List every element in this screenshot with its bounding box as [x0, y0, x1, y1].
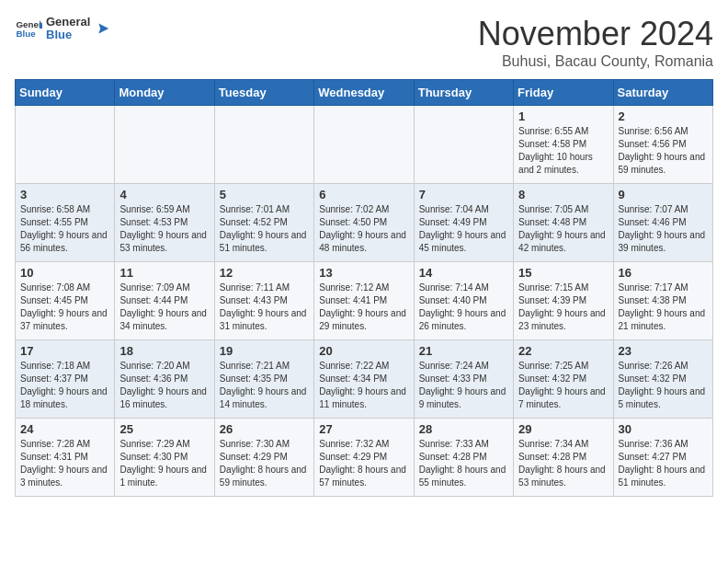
calendar-cell: 21Sunrise: 7:24 AM Sunset: 4:33 PM Dayli…: [414, 340, 513, 419]
weekday-header-tuesday: Tuesday: [214, 80, 313, 106]
weekday-header-thursday: Thursday: [414, 80, 513, 106]
calendar-cell: 7Sunrise: 7:04 AM Sunset: 4:49 PM Daylig…: [414, 184, 513, 262]
day-number: 2: [619, 109, 708, 123]
calendar-cell: 22Sunrise: 7:25 AM Sunset: 4:32 PM Dayli…: [514, 340, 613, 419]
day-info: Sunrise: 7:36 AM Sunset: 4:27 PM Dayligh…: [619, 438, 708, 489]
day-number: 1: [518, 109, 608, 123]
day-info: Sunrise: 7:12 AM Sunset: 4:41 PM Dayligh…: [319, 282, 408, 333]
day-info: Sunrise: 6:58 AM Sunset: 4:55 PM Dayligh…: [20, 203, 109, 255]
day-info: Sunrise: 7:28 AM Sunset: 4:31 PM Dayligh…: [20, 438, 109, 489]
day-number: 6: [319, 188, 408, 201]
calendar-cell: 20Sunrise: 7:22 AM Sunset: 4:34 PM Dayli…: [314, 340, 414, 419]
calendar-body: 1Sunrise: 6:55 AM Sunset: 4:58 PM Daylig…: [16, 106, 713, 497]
weekday-header-row: SundayMondayTuesdayWednesdayThursdayFrid…: [16, 80, 713, 106]
day-number: 28: [419, 422, 508, 436]
svg-text:General: General: [17, 19, 43, 29]
calendar-cell: 9Sunrise: 7:07 AM Sunset: 4:46 PM Daylig…: [613, 184, 712, 262]
calendar-cell: [414, 106, 513, 184]
calendar-cell: [115, 106, 214, 184]
day-number: 14: [419, 266, 508, 280]
logo-blue-text: Blue: [46, 29, 90, 41]
calendar-cell: 23Sunrise: 7:26 AM Sunset: 4:32 PM Dayli…: [613, 340, 712, 419]
day-number: 9: [619, 188, 708, 201]
calendar-cell: 1Sunrise: 6:55 AM Sunset: 4:58 PM Daylig…: [514, 106, 613, 184]
calendar-cell: 29Sunrise: 7:34 AM Sunset: 4:28 PM Dayli…: [514, 419, 613, 497]
calendar-cell: 17Sunrise: 7:18 AM Sunset: 4:37 PM Dayli…: [16, 340, 115, 419]
day-info: Sunrise: 7:15 AM Sunset: 4:39 PM Dayligh…: [518, 282, 608, 333]
day-info: Sunrise: 7:22 AM Sunset: 4:34 PM Dayligh…: [319, 360, 408, 411]
day-info: Sunrise: 7:17 AM Sunset: 4:38 PM Dayligh…: [619, 282, 708, 333]
calendar-cell: 6Sunrise: 7:02 AM Sunset: 4:50 PM Daylig…: [314, 184, 414, 262]
day-info: Sunrise: 7:02 AM Sunset: 4:50 PM Dayligh…: [319, 203, 408, 255]
day-info: Sunrise: 7:25 AM Sunset: 4:32 PM Dayligh…: [518, 360, 608, 411]
day-info: Sunrise: 7:32 AM Sunset: 4:29 PM Dayligh…: [319, 438, 408, 489]
day-info: Sunrise: 7:20 AM Sunset: 4:36 PM Dayligh…: [119, 360, 209, 411]
day-number: 7: [419, 188, 508, 201]
day-number: 15: [518, 266, 608, 280]
calendar-week-row: 24Sunrise: 7:28 AM Sunset: 4:31 PM Dayli…: [16, 419, 713, 497]
day-info: Sunrise: 6:55 AM Sunset: 4:58 PM Dayligh…: [518, 125, 608, 177]
day-info: Sunrise: 7:09 AM Sunset: 4:44 PM Dayligh…: [119, 282, 209, 333]
calendar-week-row: 3Sunrise: 6:58 AM Sunset: 4:55 PM Daylig…: [16, 184, 713, 262]
calendar-cell: 10Sunrise: 7:08 AM Sunset: 4:45 PM Dayli…: [16, 262, 115, 340]
day-number: 4: [119, 188, 209, 201]
calendar-cell: 4Sunrise: 6:59 AM Sunset: 4:53 PM Daylig…: [115, 184, 214, 262]
day-number: 16: [619, 266, 708, 280]
day-info: Sunrise: 7:14 AM Sunset: 4:40 PM Dayligh…: [419, 282, 508, 333]
header: General Blue General Blue November 2024 …: [15, 15, 713, 70]
day-info: Sunrise: 6:56 AM Sunset: 4:56 PM Dayligh…: [619, 125, 708, 177]
day-info: Sunrise: 7:24 AM Sunset: 4:33 PM Dayligh…: [419, 360, 508, 411]
day-number: 5: [220, 188, 309, 201]
calendar-cell: [214, 106, 313, 184]
day-info: Sunrise: 7:07 AM Sunset: 4:46 PM Dayligh…: [619, 203, 708, 255]
weekday-header-sunday: Sunday: [16, 80, 115, 106]
weekday-header-saturday: Saturday: [613, 80, 712, 106]
calendar-cell: 24Sunrise: 7:28 AM Sunset: 4:31 PM Dayli…: [16, 419, 115, 497]
calendar-cell: 12Sunrise: 7:11 AM Sunset: 4:43 PM Dayli…: [214, 262, 313, 340]
day-number: 22: [518, 344, 608, 358]
calendar-week-row: 1Sunrise: 6:55 AM Sunset: 4:58 PM Daylig…: [16, 106, 713, 184]
day-info: Sunrise: 7:05 AM Sunset: 4:48 PM Dayligh…: [518, 203, 608, 255]
day-info: Sunrise: 7:30 AM Sunset: 4:29 PM Dayligh…: [220, 438, 309, 489]
calendar-cell: 25Sunrise: 7:29 AM Sunset: 4:30 PM Dayli…: [115, 419, 214, 497]
day-number: 27: [319, 422, 408, 436]
calendar-cell: 28Sunrise: 7:33 AM Sunset: 4:28 PM Dayli…: [414, 419, 513, 497]
day-number: 3: [20, 188, 109, 201]
day-info: Sunrise: 7:08 AM Sunset: 4:45 PM Dayligh…: [20, 282, 109, 333]
day-info: Sunrise: 7:01 AM Sunset: 4:52 PM Dayligh…: [220, 203, 309, 255]
weekday-header-wednesday: Wednesday: [314, 80, 414, 106]
day-number: 8: [518, 188, 608, 201]
logo: General Blue General Blue: [15, 15, 110, 42]
day-info: Sunrise: 7:33 AM Sunset: 4:28 PM Dayligh…: [419, 438, 508, 489]
day-number: 24: [20, 422, 109, 436]
logo-general-text: General: [46, 16, 90, 29]
calendar-cell: 13Sunrise: 7:12 AM Sunset: 4:41 PM Dayli…: [314, 262, 414, 340]
month-title: November 2024: [478, 15, 713, 53]
day-info: Sunrise: 7:04 AM Sunset: 4:49 PM Dayligh…: [419, 203, 508, 255]
calendar-header: SundayMondayTuesdayWednesdayThursdayFrid…: [16, 80, 713, 106]
calendar-cell: 18Sunrise: 7:20 AM Sunset: 4:36 PM Dayli…: [115, 340, 214, 419]
day-info: Sunrise: 7:26 AM Sunset: 4:32 PM Dayligh…: [619, 360, 708, 411]
calendar-week-row: 10Sunrise: 7:08 AM Sunset: 4:45 PM Dayli…: [16, 262, 713, 340]
weekday-header-monday: Monday: [115, 80, 214, 106]
calendar-cell: 15Sunrise: 7:15 AM Sunset: 4:39 PM Dayli…: [514, 262, 613, 340]
day-info: Sunrise: 7:11 AM Sunset: 4:43 PM Dayligh…: [220, 282, 309, 333]
day-number: 17: [20, 344, 109, 358]
day-number: 12: [220, 266, 309, 280]
calendar-cell: 3Sunrise: 6:58 AM Sunset: 4:55 PM Daylig…: [16, 184, 115, 262]
day-number: 13: [319, 266, 408, 280]
day-number: 11: [119, 266, 209, 280]
logo-icon: General Blue: [15, 15, 42, 42]
calendar-cell: 19Sunrise: 7:21 AM Sunset: 4:35 PM Dayli…: [214, 340, 313, 419]
title-area: November 2024 Buhusi, Bacau County, Roma…: [478, 15, 713, 70]
day-number: 23: [619, 344, 708, 358]
day-info: Sunrise: 7:34 AM Sunset: 4:28 PM Dayligh…: [518, 438, 608, 489]
day-number: 18: [119, 344, 209, 358]
day-number: 20: [319, 344, 408, 358]
calendar-cell: 14Sunrise: 7:14 AM Sunset: 4:40 PM Dayli…: [414, 262, 513, 340]
calendar-cell: [16, 106, 115, 184]
day-info: Sunrise: 6:59 AM Sunset: 4:53 PM Dayligh…: [119, 203, 209, 255]
svg-text:Blue: Blue: [17, 29, 37, 39]
day-number: 19: [220, 344, 309, 358]
day-number: 25: [119, 422, 209, 436]
